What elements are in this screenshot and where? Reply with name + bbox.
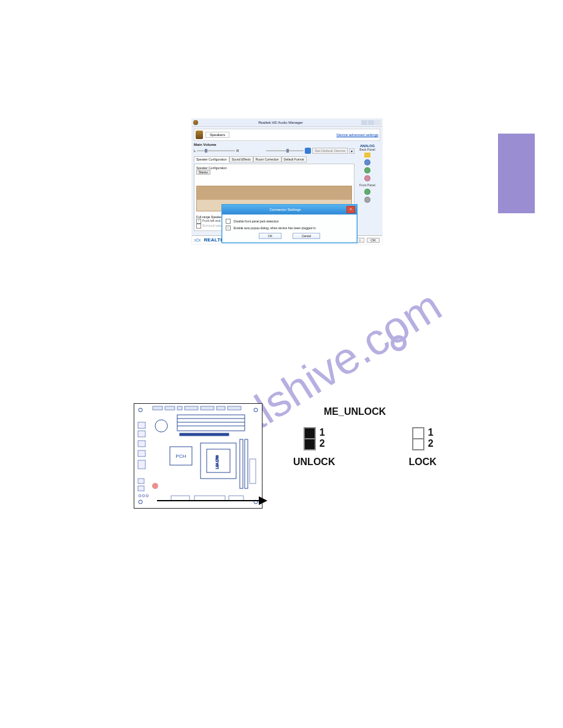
window-titlebar[interactable]: Realtek HD Audio Manager <box>192 119 382 127</box>
svg-rect-27 <box>138 460 145 469</box>
front-panel-label: Front Panel <box>354 183 380 187</box>
svg-rect-28 <box>138 479 144 483</box>
footer-ok-button[interactable]: OK <box>367 238 380 243</box>
jack-mic-front[interactable] <box>364 197 370 203</box>
jack-speakers-back[interactable] <box>364 167 370 173</box>
back-panel-label: Back Panel <box>354 148 380 151</box>
svg-point-31 <box>142 495 145 497</box>
main-volume-label: Main Volume <box>194 143 354 146</box>
connector-settings-icon[interactable] <box>364 153 370 157</box>
svg-rect-26 <box>138 450 145 457</box>
jumper-lock: 1 2 LOCK <box>408 427 436 468</box>
minimize-button[interactable] <box>361 120 367 125</box>
window-title: Realtek HD Audio Manager <box>201 121 361 124</box>
svg-rect-4 <box>165 406 175 410</box>
front-lr-checkbox[interactable] <box>196 219 201 224</box>
svg-rect-15 <box>180 433 229 436</box>
svg-point-32 <box>146 495 148 497</box>
maximize-button[interactable] <box>368 120 374 125</box>
pin2-label-2: 2 <box>428 438 434 449</box>
disable-front-panel-label: Disable front panel jack detection <box>234 219 279 223</box>
side-tab <box>498 134 535 213</box>
jumper-legend: ME_UNLOCK 1 2 UNLOCK <box>293 406 437 468</box>
svg-rect-2 <box>135 404 261 507</box>
svg-rect-3 <box>153 406 163 410</box>
jack-panel: ANALOG Back Panel Front Panel <box>354 143 380 231</box>
dialog-close-button[interactable]: × <box>347 206 355 213</box>
set-default-dropdown[interactable]: ▾ <box>349 148 354 154</box>
dialog-ok-button[interactable]: OK <box>259 233 282 239</box>
crab-icon <box>194 238 201 243</box>
jack-mic-back[interactable] <box>364 175 370 181</box>
svg-rect-24 <box>138 431 145 437</box>
speaker-config-label: Speaker Configuration <box>196 166 352 170</box>
svg-rect-23 <box>138 422 145 428</box>
volume-l-label: L <box>194 149 196 153</box>
diagram-arrow <box>157 495 267 507</box>
main-volume-slider[interactable] <box>266 150 304 151</box>
svg-rect-9 <box>228 406 241 410</box>
lock-label: LOCK <box>408 457 436 468</box>
tab-speaker-configuration[interactable]: Speaker Configuration <box>194 156 229 162</box>
pin1-label: 1 <box>320 427 325 438</box>
connector-settings-dialog: Connector Settings × Disable front panel… <box>221 204 358 243</box>
svg-rect-6 <box>185 406 198 410</box>
balance-slider[interactable] <box>197 150 235 151</box>
svg-point-1 <box>393 337 405 349</box>
close-button[interactable] <box>375 120 381 125</box>
svg-rect-7 <box>201 406 214 410</box>
tab-default-format[interactable]: Default Format <box>282 156 307 162</box>
mute-icon[interactable] <box>305 148 311 154</box>
jack-line-in[interactable] <box>364 159 370 165</box>
set-default-device-button[interactable]: Set Default Device <box>312 148 348 154</box>
svg-rect-29 <box>138 486 144 491</box>
jumper-heading: ME_UNLOCK <box>324 406 437 417</box>
dialog-cancel-button[interactable]: Cancel <box>293 233 321 239</box>
jack-speakers-front[interactable] <box>364 189 370 195</box>
settings-tabs: Speaker Configuration Sound Effects Room… <box>194 156 354 162</box>
svg-text:LGA 1700: LGA 1700 <box>215 455 219 469</box>
dialog-titlebar[interactable]: Connector Settings × <box>222 205 357 214</box>
device-tab-row: Speakers Device advanced settings <box>194 129 380 141</box>
realtek-audio-manager-window: Realtek HD Audio Manager Speakers Device… <box>191 118 383 245</box>
jumper-lock-diagram <box>412 427 424 450</box>
pin2-label: 2 <box>320 438 325 449</box>
enable-auto-popup-checkbox[interactable] <box>226 226 231 230</box>
svg-rect-8 <box>216 406 225 410</box>
pin1-label-2: 1 <box>428 427 434 438</box>
device-advanced-settings-link[interactable]: Device advanced settings <box>337 133 378 137</box>
disable-front-panel-checkbox[interactable] <box>226 219 231 224</box>
speakers-tab[interactable]: Speakers <box>205 132 229 138</box>
speaker-config-dropdown[interactable]: Stereo <box>196 170 210 175</box>
svg-point-30 <box>139 495 141 497</box>
tab-sound-effects[interactable]: Sound Effects <box>229 156 253 162</box>
surround-checkbox[interactable] <box>196 224 201 229</box>
svg-text:PCH: PCH <box>176 453 186 459</box>
app-icon <box>193 120 198 125</box>
speakers-icon <box>196 131 203 139</box>
dialog-title: Connector Settings <box>224 208 347 211</box>
svg-rect-25 <box>138 441 145 447</box>
tab-room-correction[interactable]: Room Correction <box>253 156 282 162</box>
enable-auto-popup-label: Enable auto popup dialog, when device ha… <box>234 226 316 230</box>
speaker-config-panel: Speaker Configuration Stereo Full-range … <box>194 164 354 231</box>
svg-point-33 <box>152 483 158 489</box>
jumper-unlock: 1 2 UNLOCK <box>293 427 335 468</box>
jumper-unlock-diagram <box>304 427 316 450</box>
volume-r-label: R <box>236 149 239 153</box>
svg-rect-5 <box>177 406 182 410</box>
unlock-label: UNLOCK <box>293 457 335 468</box>
motherboard-diagram: PCH LGA 1700 <box>134 403 262 509</box>
